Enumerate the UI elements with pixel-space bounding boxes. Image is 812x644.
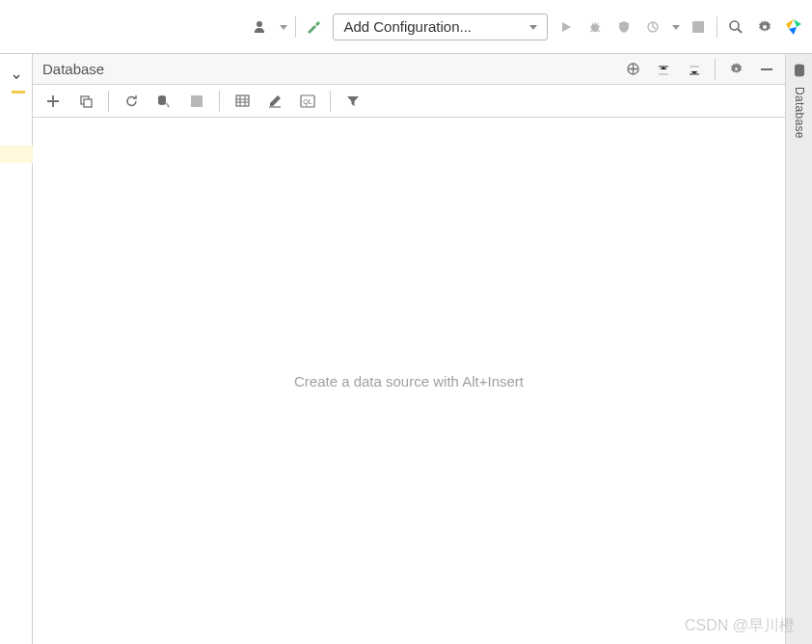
refresh-icon[interactable] <box>121 91 142 112</box>
svg-point-7 <box>735 67 738 70</box>
database-empty-state: Create a data source with Alt+Insert <box>33 118 785 644</box>
svg-point-12 <box>168 105 170 107</box>
add-datasource-icon[interactable] <box>42 91 64 112</box>
line-highlight-marker <box>0 146 33 163</box>
run-configuration-label: Add Configuration... <box>343 18 472 35</box>
panel-settings-gear-icon[interactable] <box>725 59 746 80</box>
collapse-all-icon[interactable] <box>653 59 674 80</box>
tool-window-header: Database <box>33 54 785 85</box>
separator <box>219 91 220 112</box>
profile-icon[interactable] <box>642 16 663 38</box>
run-play-icon[interactable] <box>555 16 577 38</box>
svg-point-4 <box>763 25 767 29</box>
svg-rect-10 <box>84 99 92 107</box>
filter-funnel-icon[interactable] <box>342 91 364 112</box>
main-toolbar: Add Configuration... <box>0 0 812 54</box>
build-hammer-icon[interactable] <box>304 16 325 38</box>
svg-rect-14 <box>236 95 249 106</box>
rail-database-tab[interactable]: Database <box>793 87 806 139</box>
jetbrains-logo-icon[interactable] <box>783 16 804 38</box>
coverage-icon[interactable] <box>613 16 635 38</box>
stop-icon[interactable] <box>688 16 709 38</box>
dropdown-arrow-icon <box>529 23 537 31</box>
settings-gear-icon[interactable] <box>754 16 775 38</box>
svg-rect-8 <box>761 68 772 70</box>
datasource-properties-icon[interactable] <box>153 91 175 112</box>
svg-rect-2 <box>692 21 704 33</box>
separator <box>330 91 331 112</box>
tool-window-title: Database <box>41 61 622 77</box>
empty-state-message: Create a data source with Alt+Insert <box>294 373 524 389</box>
disconnect-icon[interactable] <box>186 91 207 112</box>
database-toolbar: QL <box>33 85 785 118</box>
run-configuration-select[interactable]: Add Configuration... <box>333 13 548 40</box>
editor-gutter <box>0 54 33 644</box>
user-dropdown-arrow-icon[interactable] <box>279 16 287 38</box>
table-view-icon[interactable] <box>231 91 253 112</box>
collapse-chevron-icon[interactable] <box>0 67 32 87</box>
main-area: Database <box>0 54 812 644</box>
user-icon[interactable] <box>250 16 271 38</box>
svg-text:QL: QL <box>303 98 311 106</box>
database-stack-icon[interactable] <box>789 60 810 81</box>
edit-pencil-icon[interactable] <box>264 91 285 112</box>
separator <box>715 59 716 80</box>
assign-data-sources-icon[interactable] <box>622 59 643 80</box>
svg-point-0 <box>591 24 599 32</box>
hide-panel-icon[interactable] <box>756 59 777 80</box>
database-tool-window: Database <box>33 54 785 644</box>
svg-point-3 <box>730 21 739 30</box>
right-tool-strip: Database <box>785 54 812 644</box>
profile-dropdown-arrow-icon[interactable] <box>671 16 680 38</box>
separator <box>108 91 109 112</box>
query-console-icon[interactable]: QL <box>297 91 318 112</box>
tool-window-header-actions <box>622 59 777 80</box>
expand-all-icon[interactable] <box>684 59 705 80</box>
debug-bug-icon[interactable] <box>584 16 606 38</box>
search-icon[interactable] <box>725 16 746 38</box>
separator <box>295 16 296 38</box>
gutter-change-marker <box>12 91 25 94</box>
svg-rect-13 <box>191 95 203 107</box>
separator <box>717 16 717 38</box>
duplicate-icon[interactable] <box>75 91 96 112</box>
